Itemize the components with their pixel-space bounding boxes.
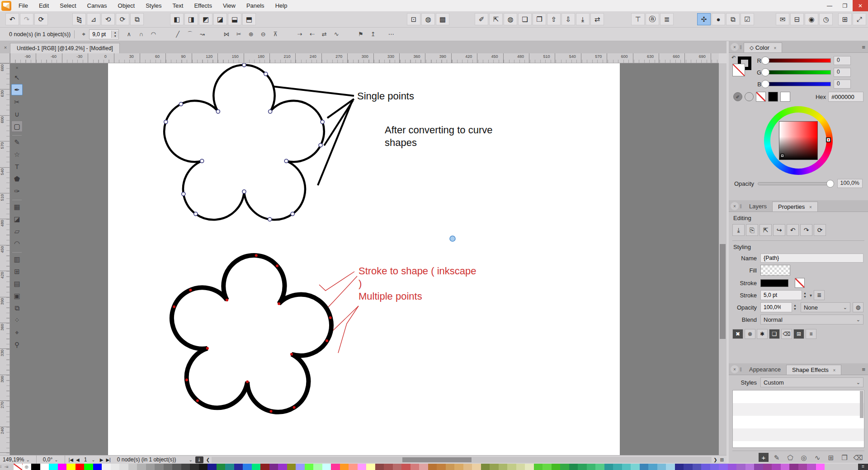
delete-style-button[interactable]: ⌫ (781, 329, 792, 339)
menu-text[interactable]: Text (167, 0, 189, 11)
docker-grip-icon[interactable]: ‖ (740, 44, 742, 51)
opacity-slider[interactable] (758, 182, 834, 185)
reset-button[interactable]: ⟳ (814, 224, 826, 236)
maximize-button[interactable]: ❐ (837, 0, 853, 11)
palette-swatch[interactable] (463, 464, 472, 470)
palette-swatch[interactable] (772, 464, 781, 470)
segment-free-icon[interactable]: ↝ (197, 29, 208, 39)
palette-swatch[interactable] (552, 464, 561, 470)
stroke-none-swatch[interactable] (795, 278, 805, 288)
blend-dropdown[interactable]: Normal ⌄ (760, 315, 863, 324)
palette-swatch[interactable] (199, 464, 208, 470)
crop-button[interactable]: ⊡ (407, 13, 420, 25)
palette-swatch[interactable] (137, 464, 146, 470)
stroke-width-stepper[interactable] (760, 290, 802, 300)
palette-swatch[interactable] (393, 464, 402, 470)
redo-edit-button[interactable]: ↷ (800, 224, 812, 236)
color-wheel[interactable] (764, 106, 833, 175)
board-button[interactable]: ⊟ (790, 13, 804, 25)
subtract-button[interactable]: ◨ (184, 13, 198, 25)
select-tool[interactable]: ↖ (11, 72, 23, 83)
opacity-value[interactable]: 100,0% (837, 179, 863, 188)
palette-swatch[interactable] (31, 464, 40, 470)
no-color-swatch[interactable] (756, 92, 766, 102)
palette-swatch[interactable] (296, 464, 305, 470)
hue-marker[interactable] (826, 137, 831, 142)
menu-file[interactable]: File (13, 0, 33, 11)
palette-swatch[interactable] (40, 464, 49, 470)
palette-swatch[interactable] (569, 464, 578, 470)
vertical-scrollbar-thumb[interactable] (720, 244, 726, 339)
hex-input[interactable] (828, 92, 863, 102)
snap-flag-icon[interactable]: ⚑ (355, 29, 366, 39)
white-swatch[interactable] (780, 92, 790, 102)
page-dropdown-icon[interactable]: ⌄ (91, 457, 95, 462)
divide-button[interactable]: ⬓ (228, 13, 241, 25)
palette-swatch[interactable] (164, 464, 173, 470)
palette-swatch[interactable] (481, 464, 490, 470)
palette-swatch[interactable] (111, 464, 120, 470)
palette-swatch[interactable] (208, 464, 217, 470)
mesh-tool[interactable]: ⊞ (11, 266, 23, 277)
palette-swatch[interactable] (745, 464, 755, 470)
brush-tool[interactable]: ✎ (11, 136, 23, 148)
add-effect-button[interactable]: + (759, 453, 769, 462)
red-value[interactable]: 0 (834, 56, 851, 65)
palette-swatch[interactable] (305, 464, 314, 470)
horizontal-scrollbar-thumb[interactable] (402, 457, 472, 462)
arrange-button[interactable]: ⧉ (130, 13, 144, 25)
palette-swatch[interactable] (816, 464, 825, 470)
simplify-path-icon[interactable]: ∿ (331, 29, 342, 39)
undo-button[interactable]: ↶ (5, 13, 19, 25)
intersect-button[interactable]: ◩ (199, 13, 212, 25)
effects-list[interactable] (732, 390, 864, 448)
export-status-icon[interactable]: ⤓ (195, 456, 203, 463)
pattern-tool[interactable]: ▤ (11, 278, 23, 289)
previous-page-button[interactable]: ◀ (76, 457, 80, 462)
wave-effect-button[interactable]: ∿ (812, 453, 823, 463)
shapes-tool[interactable]: ⧉ (11, 302, 23, 314)
palette-swatch[interactable] (781, 464, 790, 470)
palette-swatch[interactable] (657, 464, 666, 470)
segment-line-icon[interactable]: ╱ (172, 29, 183, 39)
palette-swatch[interactable] (595, 464, 604, 470)
menu-select[interactable]: Select (54, 0, 81, 11)
palette-swatch[interactable] (789, 464, 798, 470)
tab-close-button[interactable]: × (2, 44, 9, 51)
magnet-tool[interactable]: ∪ (11, 108, 23, 120)
spray-tool[interactable]: ⁘ (11, 315, 23, 326)
palette-swatch[interactable] (128, 464, 137, 470)
node-merge-icon[interactable]: ⊼ (270, 29, 281, 39)
name-input[interactable] (760, 254, 863, 263)
segment-curve-icon[interactable]: ⌒ (184, 29, 195, 39)
docker-menu-icon[interactable]: ≡ (862, 366, 865, 373)
palette-swatch[interactable] (75, 464, 85, 470)
palette-swatch[interactable] (675, 464, 684, 470)
palette-swatch[interactable] (181, 464, 190, 470)
marquee-tool[interactable]: ▢ (11, 121, 23, 132)
palette-swatch[interactable] (534, 464, 543, 470)
blue-slider-handle[interactable] (761, 80, 769, 88)
zoom-level-dropdown[interactable]: 149,19% ⌄ (0, 456, 33, 463)
palette-swatch[interactable] (648, 464, 657, 470)
palette-swatch[interactable] (313, 464, 322, 470)
palette-swatch[interactable] (358, 464, 367, 470)
menu-panels[interactable]: Panels (241, 0, 270, 11)
eyedropper-icon[interactable]: ✐ (733, 92, 742, 101)
globe-button[interactable]: ◍ (504, 13, 517, 25)
palette-swatch[interactable] (58, 464, 67, 470)
mail-button[interactable]: ✉ (776, 13, 789, 25)
black-swatch[interactable] (768, 92, 778, 102)
button-tool[interactable]: ▣ (11, 290, 23, 301)
menu-help[interactable]: Help (270, 0, 293, 11)
node-add-icon[interactable]: ⊕ (245, 29, 256, 39)
node-corner-icon[interactable]: ∧ (123, 29, 134, 39)
palette-swatch[interactable] (269, 464, 278, 470)
green-value[interactable]: 0 (834, 68, 851, 77)
combine-button[interactable]: ⬒ (242, 13, 256, 25)
swap-button[interactable]: ⇄ (590, 13, 604, 25)
collapse-scroll-button[interactable]: ❮ (206, 457, 210, 462)
redo-button[interactable]: ↷ (20, 13, 33, 25)
palette-swatch[interactable] (666, 464, 675, 470)
palette-swatch[interactable] (419, 464, 428, 470)
